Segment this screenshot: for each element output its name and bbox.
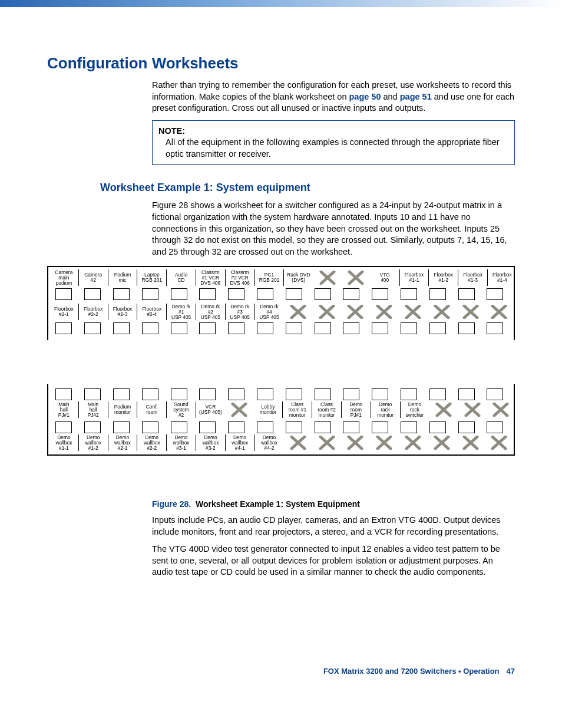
worksheet-cell-box [49,386,78,400]
worksheet-cell-label [458,401,487,418]
worksheet-cell-box [164,386,193,400]
worksheet-blank-box [343,288,359,300]
worksheet-cell-box [366,321,395,337]
cross-out-icon [225,401,254,418]
worksheet-label: Demo wallbox #2-2 [137,434,166,451]
link-page-50[interactable]: page 50 [349,92,381,101]
worksheet-blank-box [458,288,475,300]
worksheet-cell-label: Demo wallbox #3-1 [167,434,196,451]
worksheet-cell-label: Floorbox #1-3 [458,269,488,286]
worksheet-cell-label: Floorbox #2-4 [137,304,167,320]
worksheet-label: Main hall PJ#2 [79,401,108,418]
worksheet-cell-box [251,287,280,302]
worksheet-label: Demo rk #2 USP 405 [196,304,225,320]
worksheet-cell-label [456,434,485,451]
worksheet-cell-label: Class room #1 monitor [283,401,312,418]
worksheet-blank-box [286,322,302,334]
worksheet-cell-box [366,419,395,433]
worksheet-cell-label [456,304,485,320]
worksheet-cell-box [452,386,481,400]
worksheet-blank-box [429,288,446,300]
worksheet-cell-label: Demo wallbox #4-1 [226,434,255,451]
after-paragraph-1: Inputs include PCs, an audio CD player, … [152,515,515,538]
worksheet-cell-label: Rack DVD (DVS) [284,269,313,286]
worksheet-cell-label: Classrm #1 VCR DVS 406 [196,269,226,286]
worksheet-label: Demo rk #1 USP 405 [167,304,196,320]
worksheet-cell-box [135,386,164,400]
worksheet-blank-box [401,322,417,334]
worksheet-blank-box [199,388,216,400]
worksheet-cell-label: Demo rk #2 USP 405 [196,304,226,320]
worksheet-blank-box [257,388,273,400]
worksheet-cell-label [312,434,341,451]
worksheet-cell-box [222,419,251,433]
worksheet-cell-label: Demo rk #3 USP 405 [226,304,255,320]
worksheet-cell-box [193,321,222,337]
worksheet-cell-label: Demo wallbox #3-2 [196,434,226,451]
cross-out-icon [283,434,312,451]
worksheet-blank-box [401,388,417,400]
worksheet-cell-label [485,434,514,451]
worksheet-cell-box [279,287,308,302]
worksheet-label: Demo rk #4 USP 405 [255,304,284,320]
worksheet-cell-label: Demo rk #1 USP 405 [167,304,196,320]
worksheet-blank-box [343,421,359,433]
worksheet-label: Audio CD [167,269,196,286]
worksheet-label: Class room #1 monitor [283,401,312,418]
worksheet-label: Main hall PJ#1 [49,401,78,418]
worksheet-cell-label: Audio CD [167,269,196,286]
worksheet-cell-label: Lobby monitor [254,401,283,418]
worksheet-cell-box [107,287,136,302]
worksheet-cell-label [283,434,312,451]
worksheet-cell-box [251,386,280,400]
worksheet-cell-box [395,321,424,337]
worksheet-cell-label: Podium monitor [108,401,138,418]
worksheet-blank-box [458,421,475,433]
worksheet-label: Class room #2 monitor [312,401,341,418]
worksheet-blank-box [458,388,475,400]
intro-paragraph: Rather than trying to remember the confi… [152,80,515,114]
worksheet-cell-label: Podium mic [108,269,138,286]
link-page-51[interactable]: page 51 [400,92,432,101]
worksheet-label: Floorbox #2-1 [49,304,78,320]
worksheet-blank-box [142,388,158,400]
cross-out-icon [429,401,458,418]
worksheet-blank-box [55,388,72,400]
worksheet-cell-label: Demo rk #4 USP 405 [255,304,284,320]
worksheet-blank-box [372,388,388,400]
worksheet-blank-box [142,322,158,334]
worksheet-blank-box [228,288,244,300]
page-header-stripe [0,0,562,7]
worksheet-label: Podium monitor [108,401,137,418]
worksheet-cell-box [164,287,193,302]
worksheet-cell-label [427,434,456,451]
worksheet-blank-box [286,421,302,433]
worksheet-cell-label: Demo wallbox #2-2 [137,434,167,451]
worksheet-label: Demo room PJ#1 [342,401,371,418]
worksheet-blank-box [286,288,302,300]
worksheet-cell-box [337,321,366,337]
cross-out-icon [458,401,487,418]
worksheet-label: PC1 RGB 201 [255,269,284,286]
worksheet-blank-box [84,421,101,433]
worksheet-blank-box [55,288,72,300]
worksheet-cell-label: Classrm #2 VCR DVS 406 [226,269,255,286]
worksheet-cell-box [222,321,251,337]
worksheet-inputs: Camera main podiumCamera #2Podium micLap… [47,266,515,340]
worksheet-diagram: Camera main podiumCamera #2Podium micLap… [47,266,515,456]
worksheet-blank-box [315,288,331,300]
worksheet-cell-label: Floorbox #2-3 [108,304,138,320]
worksheet-blank-box [228,388,244,400]
worksheet-blank-box [228,322,244,334]
worksheet-blank-box [487,421,503,433]
worksheet-cell-label: Main hall PJ#2 [79,401,108,418]
worksheet-cell-box [452,419,481,433]
worksheet-label: Demo wallbox #1-2 [79,434,108,451]
worksheet-cell-box [452,321,481,337]
worksheet-blank-box [429,388,446,400]
worksheet-cell-label: Sound system #2 [167,401,196,418]
worksheet-cell-label: Camera main podium [49,269,79,286]
worksheet-label: Floorbox #1-4 [488,269,517,286]
note-box: NOTE: All of the equipment in the follow… [152,120,515,166]
worksheet-blank-box [84,288,101,300]
